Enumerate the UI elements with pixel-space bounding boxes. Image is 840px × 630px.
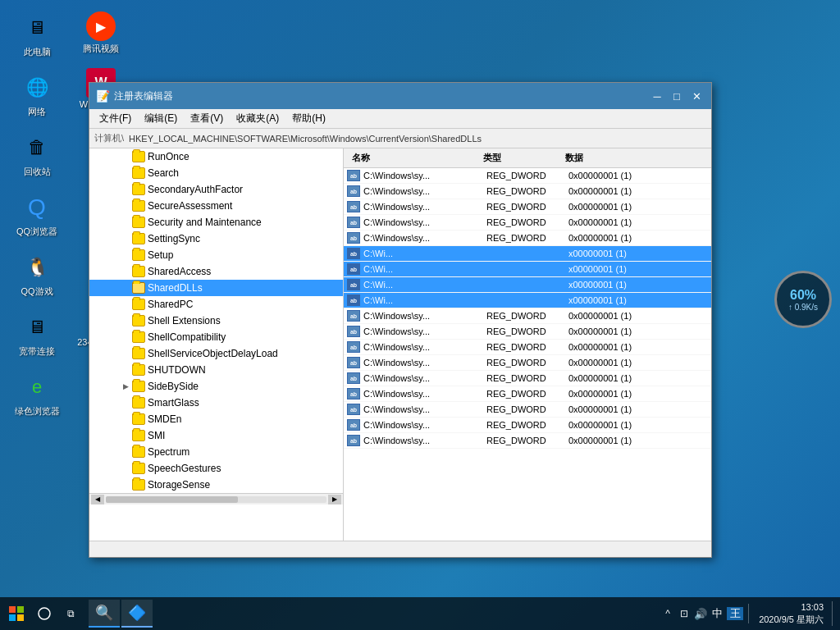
expand-shell-ext [119, 314, 132, 327]
reg-icon-3: ab [347, 217, 360, 228]
address-label-text: 计算机\ [94, 132, 124, 144]
tray-ime2[interactable]: 王 [727, 607, 743, 620]
maximize-button[interactable]: □ [669, 88, 685, 104]
reg-type-4: REG_DWORD [486, 233, 568, 243]
system-tray: ^ ⊡ 🔊 中 王 13:03 2020/9/5 星期六 [658, 601, 840, 627]
tree-item-shutdown[interactable]: SHUTDOWN [89, 362, 343, 378]
reg-name-0: C:\Windows\sy... [363, 171, 486, 180]
tree-item-secondary-auth[interactable]: SecondaryAuthFactor [89, 181, 343, 198]
tree-item-speech-gestures[interactable]: SpeechGestures [89, 460, 343, 477]
task-view-button[interactable]: ⧉ [56, 599, 85, 628]
scroll-thumb[interactable] [106, 496, 238, 503]
reg-row-12[interactable]: ab C:\Windows\sy... REG_DWORD 0x00000001… [344, 355, 711, 371]
close-button[interactable]: ✕ [688, 88, 705, 104]
scroll-right-btn[interactable]: ▶ [328, 495, 341, 504]
reg-row-1[interactable]: ab C:\Windows\sy... REG_DWORD 0x00000001… [344, 184, 711, 199]
tray-show-desktop[interactable] [832, 601, 837, 626]
tree-hscrollbar[interactable]: ◀ ▶ [89, 493, 343, 504]
reg-icon-10: ab [347, 326, 360, 337]
desktop-icon-tencent[interactable]: ▶ 腾讯视频 [72, 8, 130, 58]
desktop-icon-green-browser[interactable]: e 绿色浏览器 [8, 368, 66, 421]
scroll-track[interactable] [106, 496, 326, 503]
col-header-name[interactable]: 名称 [347, 150, 478, 166]
tree-item-shell-ext[interactable]: Shell Extensions [89, 313, 343, 329]
reg-row-3[interactable]: ab C:\Windows\sy... REG_DWORD 0x00000001… [344, 215, 711, 231]
reg-row-16[interactable]: ab C:\Windows\sy... REG_DWORD 0x00000001… [344, 418, 711, 433]
reg-data-0: 0x00000001 (1) [568, 171, 708, 180]
tree-label-setup: Setup [148, 249, 173, 261]
right-panel[interactable]: 名称 类型 数据 ab C:\Windows\sy... REG_DWORD 0… [344, 148, 711, 541]
reg-icon-11: ab [347, 341, 360, 353]
reg-type-14: REG_DWORD [486, 389, 568, 399]
tree-item-shell-compat[interactable]: ShellCompatibility [89, 329, 343, 345]
reg-row-10[interactable]: ab C:\Windows\sy... REG_DWORD 0x00000001… [344, 324, 711, 340]
desktop-icon-qq-game[interactable]: 🐧 QQ游戏 [8, 248, 66, 301]
taskbar-app-regedit[interactable]: 🔷 [121, 600, 153, 628]
menu-help[interactable]: 帮助(H) [285, 110, 332, 127]
tree-item-spectrum[interactable]: Spectrum [89, 444, 343, 460]
recycle-icon: 🗑 [21, 131, 53, 164]
tree-item-sharedpc[interactable]: SharedPC [89, 296, 343, 313]
reg-row-11[interactable]: ab C:\Windows\sy... REG_DWORD 0x00000001… [344, 340, 711, 355]
reg-row-15[interactable]: ab C:\Windows\sy... REG_DWORD 0x00000001… [344, 402, 711, 418]
window-title: 注册表编辑器 [114, 89, 173, 103]
reg-row-5[interactable]: ab C:\Wi... x00000001 (1) [344, 246, 711, 262]
desktop-icon-this-pc[interactable]: 🖥 此电脑 [8, 8, 66, 62]
tray-chevron[interactable]: ^ [661, 607, 674, 620]
tray-volume[interactable]: 🔊 [694, 607, 707, 620]
taskbar: ⧉ 🔍 🔷 ^ ⊡ 🔊 中 王 13:03 2020/9/5 星期六 [0, 597, 840, 630]
reg-row-7[interactable]: ab C:\Wi... x00000001 (1) [344, 277, 711, 293]
reg-row-2[interactable]: ab C:\Windows\sy... REG_DWORD 0x00000001… [344, 199, 711, 215]
tree-item-runonce[interactable]: RunOnce [89, 148, 343, 165]
menu-favorites[interactable]: 收藏夹(A) [230, 110, 285, 127]
desktop-icon-broadband[interactable]: 🖥 宽带连接 [8, 308, 66, 361]
tree-item-security-maint[interactable]: Security and Maintenance [89, 214, 343, 231]
reg-row-6[interactable]: ab C:\Wi... x00000001 (1) [344, 262, 711, 277]
reg-row-4[interactable]: ab C:\Windows\sy... REG_DWORD 0x00000001… [344, 231, 711, 246]
reg-row-17[interactable]: ab C:\Windows\sy... REG_DWORD 0x00000001… [344, 433, 711, 449]
tree-item-smart-glass[interactable]: SmartGlass [89, 395, 343, 411]
minimize-button[interactable]: ─ [649, 88, 665, 104]
cortana-button[interactable] [33, 599, 56, 628]
tree-item-setup[interactable]: Setup [89, 247, 343, 263]
tree-item-shell-svc-delay[interactable]: ShellServiceObjectDelayLoad [89, 345, 343, 362]
tree-item-secure-assess[interactable]: SecureAssessment [89, 198, 343, 214]
menu-view[interactable]: 查看(V) [184, 110, 230, 127]
menu-file[interactable]: 文件(F) [93, 110, 138, 127]
tree-item-setting-sync[interactable]: SettingSync [89, 231, 343, 247]
reg-name-5: C:\Wi... [363, 249, 486, 258]
menu-edit[interactable]: 编辑(E) [138, 110, 184, 127]
tree-item-smi[interactable]: SMI [89, 427, 343, 444]
tree-item-shareddlls[interactable]: SharedDLLs [89, 280, 343, 296]
reg-row-9[interactable]: ab C:\Windows\sy... REG_DWORD 0x00000001… [344, 308, 711, 324]
desktop-icons: 🖥 此电脑 🌐 网络 🗑 回收站 Q QQ浏览器 🐧 QQ游戏 🖥 宽带连接 e… [8, 8, 66, 421]
tree-item-search[interactable]: Search [89, 165, 343, 181]
scroll-left-btn[interactable]: ◀ [91, 495, 104, 504]
reg-row-8[interactable]: ab C:\Wi... x00000001 (1) [344, 293, 711, 308]
reg-row-14[interactable]: ab C:\Windows\sy... REG_DWORD 0x00000001… [344, 386, 711, 402]
tray-ime[interactable]: 中 [710, 607, 724, 620]
expand-setting-sync [119, 232, 132, 245]
start-button[interactable] [0, 597, 33, 630]
taskbar-app-search[interactable]: 🔍 [89, 600, 120, 628]
tree-item-smden[interactable]: SMDEn [89, 411, 343, 427]
expand-sharedpc [119, 298, 132, 311]
folder-icon-smi [132, 430, 145, 441]
desktop-icon-recycle[interactable]: 🗑 回收站 [8, 128, 66, 181]
tray-network[interactable]: ⊡ [678, 607, 691, 620]
col-header-data[interactable]: 数据 [560, 150, 708, 166]
tree-item-storage-sense[interactable]: StorageSense [89, 477, 343, 493]
col-header-type[interactable]: 类型 [478, 150, 560, 166]
tree-panel[interactable]: RunOnce Search SecondaryAuthFactor Secur… [89, 148, 344, 541]
reg-name-1: C:\Windows\sy... [363, 186, 486, 196]
tray-clock[interactable]: 13:03 2020/9/5 星期六 [754, 601, 829, 627]
reg-type-12: REG_DWORD [486, 358, 568, 368]
tree-label-shared-access: SharedAccess [148, 266, 211, 277]
expand-shareddlls [119, 281, 132, 294]
tree-item-side-by-side[interactable]: ▶ SideBySide [89, 378, 343, 395]
reg-row-0[interactable]: ab C:\Windows\sy... REG_DWORD 0x00000001… [344, 168, 711, 184]
desktop-icon-network[interactable]: 🌐 网络 [8, 68, 66, 121]
tree-item-shared-access[interactable]: SharedAccess [89, 263, 343, 280]
desktop-icon-qq-browser[interactable]: Q QQ浏览器 [8, 188, 66, 241]
reg-row-13[interactable]: ab C:\Windows\sy... REG_DWORD 0x00000001… [344, 371, 711, 386]
